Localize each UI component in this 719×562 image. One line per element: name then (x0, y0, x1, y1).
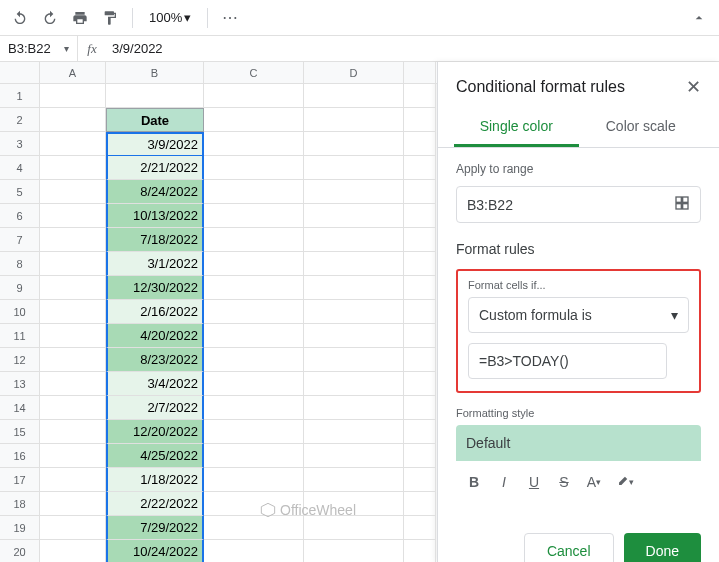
cell[interactable] (404, 492, 436, 516)
data-cell[interactable]: 2/16/2022 (106, 300, 204, 324)
cell[interactable] (304, 468, 404, 492)
zoom-dropdown[interactable]: 100% ▾ (143, 10, 197, 25)
row-header[interactable]: 10 (0, 300, 40, 324)
data-cell[interactable]: 12/20/2022 (106, 420, 204, 444)
row-header[interactable]: 4 (0, 156, 40, 180)
cell[interactable] (304, 396, 404, 420)
cell[interactable] (304, 540, 404, 562)
data-cell[interactable]: 7/29/2022 (106, 516, 204, 540)
redo-button[interactable] (38, 6, 62, 30)
row-header[interactable]: 12 (0, 348, 40, 372)
cell[interactable] (304, 516, 404, 540)
cell[interactable] (404, 372, 436, 396)
cell[interactable] (304, 420, 404, 444)
cell[interactable] (304, 108, 404, 132)
cell[interactable] (404, 348, 436, 372)
row-header[interactable]: 3 (0, 132, 40, 156)
row-header[interactable]: 15 (0, 420, 40, 444)
cell[interactable] (40, 324, 106, 348)
cell[interactable] (204, 444, 304, 468)
cell[interactable] (304, 84, 404, 108)
cell[interactable] (40, 276, 106, 300)
data-cell[interactable]: 10/13/2022 (106, 204, 204, 228)
cell[interactable] (304, 204, 404, 228)
print-button[interactable] (68, 6, 92, 30)
cell[interactable] (404, 252, 436, 276)
row-header[interactable]: 9 (0, 276, 40, 300)
cell[interactable] (40, 348, 106, 372)
cell[interactable] (40, 156, 106, 180)
cell[interactable] (204, 516, 304, 540)
tab-single-color[interactable]: Single color (454, 108, 579, 147)
row-header[interactable]: 7 (0, 228, 40, 252)
row-header[interactable]: 13 (0, 372, 40, 396)
row-header[interactable]: 1 (0, 84, 40, 108)
formula-field[interactable]: =B3>TODAY() (468, 343, 667, 379)
data-cell[interactable]: 10/24/2022 (106, 540, 204, 562)
cell[interactable] (204, 204, 304, 228)
row-header[interactable]: 16 (0, 444, 40, 468)
cell[interactable] (404, 300, 436, 324)
cell[interactable] (304, 228, 404, 252)
cell[interactable] (204, 156, 304, 180)
data-cell[interactable]: 12/30/2022 (106, 276, 204, 300)
formula-input[interactable]: 3/9/2022 (106, 41, 719, 56)
data-cell[interactable]: 7/18/2022 (106, 228, 204, 252)
cell[interactable] (304, 132, 404, 156)
row-header[interactable]: 2 (0, 108, 40, 132)
data-cell[interactable]: 3/1/2022 (106, 252, 204, 276)
cell[interactable] (404, 444, 436, 468)
done-button[interactable]: Done (624, 533, 701, 562)
collapse-button[interactable] (687, 6, 711, 30)
cell[interactable] (404, 204, 436, 228)
condition-dropdown[interactable]: Custom formula is ▾ (468, 297, 689, 333)
underline-button[interactable]: U (520, 469, 548, 495)
cell[interactable] (204, 180, 304, 204)
cell[interactable] (304, 372, 404, 396)
cell[interactable] (304, 156, 404, 180)
data-cell[interactable]: 4/20/2022 (106, 324, 204, 348)
cell[interactable] (404, 516, 436, 540)
cell[interactable] (204, 276, 304, 300)
cell[interactable] (204, 348, 304, 372)
paint-format-button[interactable] (98, 6, 122, 30)
bold-button[interactable]: B (460, 469, 488, 495)
cell[interactable] (40, 444, 106, 468)
cell[interactable] (204, 396, 304, 420)
data-cell[interactable]: 4/25/2022 (106, 444, 204, 468)
cell[interactable] (204, 468, 304, 492)
cell[interactable] (404, 180, 436, 204)
cell[interactable] (204, 540, 304, 562)
header-cell[interactable]: Date (106, 108, 204, 132)
cell[interactable] (204, 252, 304, 276)
column-header[interactable]: A (40, 62, 106, 83)
data-cell[interactable]: 1/18/2022 (106, 468, 204, 492)
cell[interactable] (304, 348, 404, 372)
cell[interactable] (304, 180, 404, 204)
cell[interactable] (304, 276, 404, 300)
cell[interactable] (40, 108, 106, 132)
cell[interactable] (40, 540, 106, 562)
cell[interactable] (40, 396, 106, 420)
cell[interactable] (304, 324, 404, 348)
cell[interactable] (40, 300, 106, 324)
cell[interactable] (40, 180, 106, 204)
row-header[interactable]: 19 (0, 516, 40, 540)
select-all-corner[interactable] (0, 62, 40, 83)
fill-color-button[interactable]: ▾ (610, 469, 638, 495)
row-header[interactable]: 17 (0, 468, 40, 492)
cell[interactable] (404, 540, 436, 562)
data-cell[interactable]: 2/21/2022 (106, 156, 204, 180)
cell[interactable] (204, 108, 304, 132)
cancel-button[interactable]: Cancel (524, 533, 614, 562)
name-box[interactable]: B3:B22▾ (0, 36, 78, 61)
row-header[interactable]: 18 (0, 492, 40, 516)
cell[interactable] (204, 132, 304, 156)
data-cell[interactable]: 3/4/2022 (106, 372, 204, 396)
cell[interactable] (204, 228, 304, 252)
cell[interactable] (40, 516, 106, 540)
cell[interactable] (204, 300, 304, 324)
column-header[interactable] (404, 62, 436, 83)
cell[interactable] (40, 468, 106, 492)
cell[interactable] (404, 156, 436, 180)
